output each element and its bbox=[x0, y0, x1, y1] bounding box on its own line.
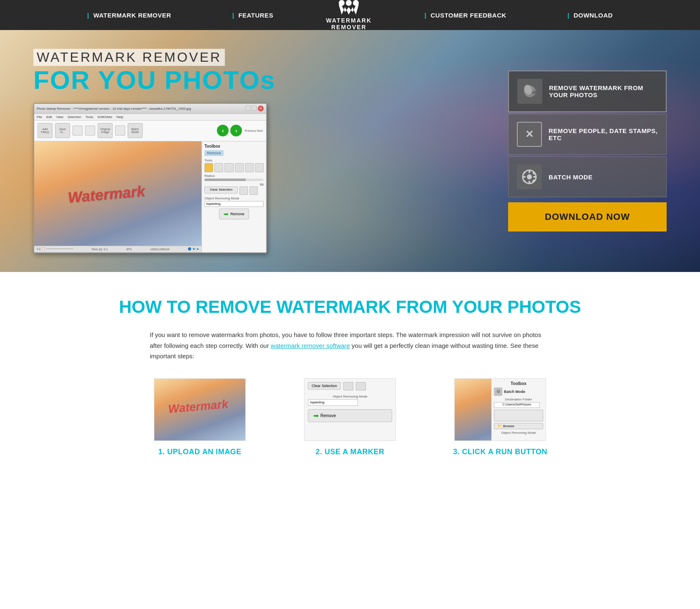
remove-watermark-icon bbox=[517, 79, 542, 104]
step2-remove-btn: ➡ Remove bbox=[308, 409, 392, 422]
svg-rect-12 bbox=[533, 176, 536, 178]
batch-mode-icon bbox=[517, 164, 542, 189]
screenshot-content: Watermark Toolbox Remove Tools Radius bbox=[34, 141, 266, 252]
step2-label: 2. USE A MARKER bbox=[315, 448, 384, 456]
step3-label: 3. CLICK A RUN BUTTON bbox=[453, 448, 547, 456]
watermark-overlay-text: Watermark bbox=[67, 182, 146, 206]
feature-card-batch-mode[interactable]: BATCH MODE bbox=[508, 156, 667, 197]
svg-rect-9 bbox=[529, 170, 530, 173]
how-to-section: HOW TO REMOVE WATERMARK FROM YOUR PHOTOS… bbox=[0, 272, 700, 473]
hero-title-big: FOR YOU PHOTOs bbox=[33, 66, 500, 94]
screenshot-toolbar: AddFile(s) Savein... OriginalImage Batch… bbox=[34, 121, 266, 141]
step2-view1 bbox=[343, 382, 353, 390]
step3-image: Toolbox ⚙ Batch Mode Destination Folder … bbox=[454, 378, 546, 441]
tool3[interactable] bbox=[224, 163, 233, 172]
step3-browse-btn: 📁 Browse bbox=[494, 423, 543, 429]
hero-right: REMOVE WATERMARK FROM YOUR PHOTOS ✕ REMO… bbox=[508, 70, 667, 232]
step1-label: 1. UPLOAD AN IMAGE bbox=[158, 448, 241, 456]
feature-card-remove-people[interactable]: ✕ REMOVE PEOPLE, DATE STAMPS, ETC bbox=[508, 114, 667, 155]
step3-folder-display bbox=[494, 410, 543, 421]
nav-watermark-remover[interactable]: WATERMARK REMOVER bbox=[79, 12, 179, 19]
how-to-highlight: REMOVE WATERMARK FROM YOUR PHOTOS bbox=[196, 297, 581, 317]
screenshot-statusbar: 1:1 📋 ───────────── Time (s): 0.1 JPG 19… bbox=[34, 246, 201, 252]
feature-label-remove-watermark: REMOVE WATERMARK FROM YOUR PHOTOS bbox=[549, 84, 657, 98]
minimize-btn[interactable] bbox=[245, 106, 250, 111]
logo-w-icon bbox=[337, 0, 360, 17]
original-btn[interactable]: OriginalImage bbox=[98, 123, 113, 138]
step2-mode-label: Object Removing Mode bbox=[308, 395, 392, 398]
prev-next-labels: Previous Next bbox=[244, 129, 263, 132]
step-1: Watermark 1. UPLOAD AN IMAGE bbox=[133, 378, 267, 456]
watermark-software-link[interactable]: watermark remover software bbox=[271, 342, 350, 349]
how-to-prefix: HOW TO bbox=[119, 297, 196, 317]
hero-left: WATERMARK REMOVER FOR YOU PHOTOs Photo S… bbox=[33, 49, 500, 253]
step1-image: Watermark bbox=[154, 378, 246, 441]
clear-selection-btn[interactable]: Clear Selection bbox=[204, 186, 238, 194]
remove-action-btn[interactable]: ➡ Remove bbox=[219, 209, 249, 219]
feature-card-remove-watermark[interactable]: REMOVE WATERMARK FROM YOUR PHOTOS bbox=[508, 70, 667, 112]
status-info: 1:1 📋 ───────────── bbox=[37, 247, 73, 251]
pencil-tool[interactable] bbox=[204, 163, 213, 172]
remove-arrow-icon: ➡ bbox=[224, 211, 229, 217]
format-label: JPG bbox=[126, 248, 132, 251]
step2-select: Inpainting bbox=[308, 399, 358, 406]
step3-dest-label: Destination Folder bbox=[494, 398, 543, 401]
undo-btn[interactable] bbox=[73, 126, 83, 136]
svg-point-8 bbox=[527, 174, 532, 179]
redo-btn[interactable] bbox=[85, 126, 95, 136]
view-btn1[interactable] bbox=[239, 186, 248, 195]
remove-btn-tb[interactable] bbox=[115, 126, 125, 136]
svg-rect-11 bbox=[523, 176, 526, 178]
toolbox-radius-slider[interactable] bbox=[204, 179, 264, 181]
svg-point-1 bbox=[346, 0, 352, 6]
step3-folder-path: C:\Users\Olni\Pictures bbox=[494, 402, 540, 408]
site-logo: WATERMARK REMOVER bbox=[326, 0, 372, 30]
toolbox-tools-row bbox=[204, 163, 264, 172]
how-to-description: If you want to remove watermarks from ph… bbox=[150, 330, 550, 362]
tool6[interactable] bbox=[255, 163, 264, 172]
add-files-btn[interactable]: AddFile(s) bbox=[38, 123, 53, 138]
step3-batch-label: Batch Mode bbox=[504, 390, 525, 394]
how-to-title: HOW TO REMOVE WATERMARK FROM YOUR PHOTOS bbox=[33, 297, 667, 317]
social-icons: 🔵 🐦 ▶ bbox=[188, 247, 199, 251]
next-btn[interactable]: › bbox=[230, 125, 242, 136]
close-btn[interactable]: ✕ bbox=[258, 106, 264, 111]
step3-batch-icon: ⚙ bbox=[494, 388, 502, 396]
app-screenshot: Photo Stamp Remover - ****Unregistered v… bbox=[33, 103, 267, 253]
screenshot-title-text: Photo Stamp Remover - ****Unregistered v… bbox=[37, 107, 191, 111]
tool5[interactable] bbox=[245, 163, 254, 172]
save-btn[interactable]: Savein... bbox=[55, 123, 70, 138]
object-removing-mode-label: Object Removing Mode bbox=[204, 196, 264, 200]
step2-arrow-icon: ➡ bbox=[313, 412, 319, 420]
nav-customer-feedback[interactable]: CUSTOMER FEEDBACK bbox=[416, 12, 515, 19]
batch-mode-btn[interactable]: BatchMode bbox=[128, 123, 143, 138]
feature-label-batch-mode: BATCH MODE bbox=[549, 174, 593, 181]
step-2: Clear Selection Object Removing Mode Inp… bbox=[283, 378, 417, 456]
logo-line1: WATERMARK bbox=[326, 17, 372, 24]
view-btn2[interactable] bbox=[249, 186, 258, 195]
maximize-btn[interactable] bbox=[252, 106, 257, 111]
prev-btn[interactable]: ‹ bbox=[217, 125, 229, 136]
logo-line2: REMOVER bbox=[331, 24, 367, 30]
toolbox-remove-tab[interactable]: Remove bbox=[204, 150, 224, 156]
toolbox-title: Toolbox bbox=[204, 144, 264, 148]
inpainting-select[interactable]: Inpainting bbox=[204, 201, 264, 207]
time-label: Time (s): 0.1 bbox=[91, 248, 108, 251]
feature-label-remove-people: REMOVE PEOPLE, DATE STAMPS, ETC bbox=[549, 127, 658, 141]
tool2[interactable] bbox=[214, 163, 223, 172]
step2-image: Clear Selection Object Removing Mode Inp… bbox=[304, 378, 396, 441]
nav-download[interactable]: DOWNLOAD bbox=[559, 12, 621, 19]
svg-marker-3 bbox=[339, 5, 359, 15]
folder-icon: 📁 bbox=[498, 424, 502, 428]
step3-toolbox-overlay: Toolbox ⚙ Batch Mode Destination Folder … bbox=[491, 379, 546, 441]
navigation: WATERMARK REMOVER FEATURES WATERMARK REM… bbox=[0, 0, 700, 30]
step3-toolbox-title: Toolbox bbox=[494, 381, 543, 386]
tool4[interactable] bbox=[235, 163, 244, 172]
step2-remove-label: Remove bbox=[320, 413, 336, 418]
step-3: Toolbox ⚙ Batch Mode Destination Folder … bbox=[433, 378, 567, 456]
nav-features[interactable]: FEATURES bbox=[224, 12, 282, 19]
hero-title-small: WATERMARK REMOVER bbox=[33, 49, 225, 66]
toolbox-tools-label: Tools bbox=[204, 159, 264, 162]
step3-mode-label: Object Removing Mode bbox=[494, 431, 543, 435]
download-now-button[interactable]: DOWNLOAD NOW bbox=[508, 202, 667, 232]
